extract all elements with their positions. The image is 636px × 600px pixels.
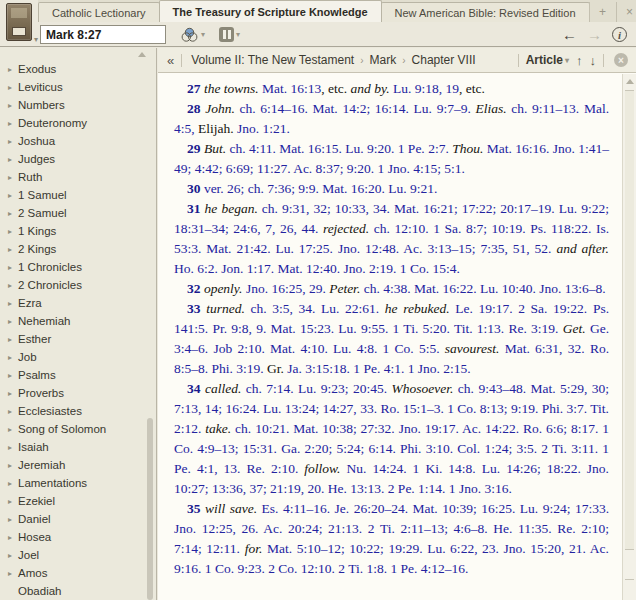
sidebar-item-song-of-solomon[interactable]: ▸Song of Solomon bbox=[0, 420, 156, 438]
sidebar-item-isaiah[interactable]: ▸Isaiah bbox=[0, 438, 156, 456]
sidebar-scrollbar-thumb[interactable] bbox=[147, 418, 153, 600]
breadcrumb-book[interactable]: Mark bbox=[370, 53, 397, 67]
cue-word: turned. bbox=[206, 301, 245, 316]
chevron-right-icon: ▸ bbox=[8, 353, 18, 362]
sidebar-item-esther[interactable]: ▸Esther bbox=[0, 330, 156, 348]
sidebar-item-1-chronicles[interactable]: ▸1 Chronicles bbox=[0, 258, 156, 276]
sidebar-item-lamentations[interactable]: ▸Lamentations bbox=[0, 474, 156, 492]
info-button[interactable]: i bbox=[612, 27, 627, 42]
sidebar-item-ezekiel[interactable]: ▸Ezekiel bbox=[0, 492, 156, 510]
scripture-ref-link[interactable]: ch. 3:5, 34. Lu. 22:61. bbox=[250, 301, 379, 316]
sidebar-item-label: Song of Solomon bbox=[18, 423, 106, 435]
chevron-right-icon: ▸ bbox=[8, 407, 18, 416]
venn-circles-icon bbox=[180, 27, 199, 43]
sidebar-item-amos[interactable]: ▸Amos bbox=[0, 564, 156, 582]
sidebar-item-2-samuel[interactable]: ▸2 Samuel bbox=[0, 204, 156, 222]
sidebar-item-label: Joshua bbox=[18, 135, 55, 147]
view-mode-dropdown[interactable]: Article ▾ bbox=[526, 53, 569, 67]
scrollbar-mark bbox=[625, 579, 634, 580]
sidebar-item-label: Ruth bbox=[18, 171, 42, 183]
scripture-ref-link[interactable]: ch. 4:11. Mat. 16:15. Lu. 9:20. 1 Pe. 2:… bbox=[229, 141, 448, 156]
sidebar-item-daniel[interactable]: ▸Daniel bbox=[0, 510, 156, 528]
chevron-right-icon: ▸ bbox=[8, 227, 18, 236]
sidebar-item-jeremiah[interactable]: ▸Jeremiah bbox=[0, 456, 156, 474]
cue-word: openly. bbox=[204, 281, 243, 296]
scroll-up-icon[interactable] bbox=[626, 79, 634, 84]
scripture-ref-link[interactable]: Jno. 1:21. bbox=[237, 121, 290, 136]
verse-number: 28 bbox=[187, 101, 201, 116]
sidebar-item-proverbs[interactable]: ▸Proverbs bbox=[0, 384, 156, 402]
sidebar-item-ezra[interactable]: ▸Ezra bbox=[0, 294, 156, 312]
sidebar-item-exodus[interactable]: ▸Exodus bbox=[0, 60, 156, 78]
tab-catholic-lectionary[interactable]: Catholic Lectionary bbox=[38, 2, 160, 22]
chevron-right-icon: ▸ bbox=[8, 515, 18, 524]
plain-text: , etc. bbox=[459, 81, 485, 96]
previous-article-button[interactable]: ↑ bbox=[576, 53, 583, 68]
verse-paragraph-32: 32 openly. Jno. 16:25, 29. Peter. ch. 4:… bbox=[174, 279, 609, 299]
sidebar-item-label: Deuteronomy bbox=[18, 117, 87, 129]
sidebar-item-leviticus[interactable]: ▸Leviticus bbox=[0, 78, 156, 96]
verse-paragraph-28: 28 John. ch. 6:14–16. Mat. 14:2; 16:14. … bbox=[174, 99, 609, 139]
verse-number: 33 bbox=[187, 301, 201, 316]
scripture-ref-link[interactable]: ch. 4:38. Mat. 16:22. Lu. 10:40. Jno. 13… bbox=[364, 281, 606, 296]
chevron-right-icon: ▸ bbox=[8, 317, 18, 326]
sidebar-item-judges[interactable]: ▸Judges bbox=[0, 150, 156, 168]
scroll-up-icon[interactable] bbox=[138, 52, 146, 57]
new-tab-button[interactable]: + bbox=[589, 2, 616, 22]
reference-input[interactable] bbox=[40, 25, 166, 44]
chevron-right-icon: › bbox=[402, 55, 405, 66]
sidebar-item-label: Hosea bbox=[18, 531, 51, 543]
scripture-ref-link[interactable]: Lu. 9:18, 19 bbox=[393, 81, 459, 96]
breadcrumb-volume[interactable]: Volume II: The New Testament bbox=[191, 53, 354, 67]
cue-word: Thou. bbox=[452, 141, 483, 156]
scripture-ref-link[interactable]: Mat. 16:13 bbox=[262, 81, 321, 96]
scripture-ref-link[interactable]: Ho. 6:2. Jon. 1:17. Mat. 12:40. Jno. 2:1… bbox=[174, 261, 460, 276]
sidebar-item-ruth[interactable]: ▸Ruth bbox=[0, 168, 156, 186]
sidebar-item-ecclesiastes[interactable]: ▸Ecclesiastes bbox=[0, 402, 156, 420]
collapse-toc-button[interactable]: « bbox=[158, 53, 181, 68]
back-button[interactable]: ← bbox=[562, 27, 577, 42]
sidebar-item-job[interactable]: ▸Job bbox=[0, 348, 156, 366]
chevron-right-icon: ▸ bbox=[8, 245, 18, 254]
close-locator-button[interactable]: × bbox=[614, 53, 628, 67]
breadcrumb-chapter[interactable]: Chapter VIII bbox=[412, 53, 476, 67]
tab-treasury-of-scripture-knowledge[interactable]: The Treasury of Scripture Knowledge bbox=[159, 0, 382, 22]
info-icon: i bbox=[618, 29, 621, 41]
parallel-resources-button[interactable]: ▾ bbox=[219, 27, 240, 42]
tab-new-american-bible[interactable]: New American Bible: Revised Edition bbox=[381, 2, 590, 22]
sidebar-item-joel[interactable]: ▸Joel bbox=[0, 546, 156, 564]
plain-text: , etc. bbox=[321, 81, 350, 96]
sidebar-item-2-kings[interactable]: ▸2 Kings bbox=[0, 240, 156, 258]
forward-button[interactable]: → bbox=[587, 27, 602, 42]
scripture-ref-link[interactable]: Jno. 16:25, 29. bbox=[246, 281, 326, 296]
scripture-ref-link[interactable]: ver. 26; ch. 7:36; 9:9. Mat. 16:20. Lu. … bbox=[204, 181, 438, 196]
sidebar-item-numbers[interactable]: ▸Numbers bbox=[0, 96, 156, 114]
verse-paragraph-27: 27 the towns. Mat. 16:13, etc. and by. L… bbox=[174, 79, 609, 99]
sidebar-item-label: Job bbox=[18, 351, 37, 363]
sidebar-item-2-chronicles[interactable]: ▸2 Chronicles bbox=[0, 276, 156, 294]
sidebar-item-nehemiah[interactable]: ▸Nehemiah bbox=[0, 312, 156, 330]
sidebar-item-1-kings[interactable]: ▸1 Kings bbox=[0, 222, 156, 240]
sidebar-item-deuteronomy[interactable]: ▸Deuteronomy bbox=[0, 114, 156, 132]
close-panel-button[interactable]: × bbox=[616, 2, 636, 22]
sidebar-item-joshua[interactable]: ▸Joshua bbox=[0, 132, 156, 150]
book-cover-icon bbox=[6, 3, 32, 41]
resource-cover-button[interactable]: ▾ bbox=[3, 2, 38, 46]
sidebar-item-psalms[interactable]: ▸Psalms bbox=[0, 366, 156, 384]
sidebar-item-hosea[interactable]: ▸Hosea bbox=[0, 528, 156, 546]
scripture-ref-link[interactable]: ch. 7:14. Lu. 9:23; 20:45. bbox=[246, 381, 387, 396]
sidebar-item-obadiah[interactable]: Obadiah bbox=[0, 582, 156, 600]
content-scrollbar[interactable] bbox=[622, 74, 636, 600]
sidebar-item-1-samuel[interactable]: ▸1 Samuel bbox=[0, 186, 156, 204]
sidebar-item-label: Ezra bbox=[18, 297, 42, 309]
scripture-ref-link[interactable]: Ja. 3:15:18. 1 Pe. 4:1. 1 Jno. 2:15. bbox=[287, 361, 470, 376]
plus-icon: + bbox=[599, 5, 606, 19]
sidebar-item-label: Daniel bbox=[18, 513, 51, 525]
visual-filters-button[interactable]: ▾ bbox=[180, 27, 205, 43]
content-scrollbar-thumb[interactable] bbox=[625, 90, 634, 550]
breadcrumb: Volume II: The New Testament › Mark › Ch… bbox=[191, 53, 475, 67]
scripture-ref-link[interactable]: ch. 6:14–16. Mat. 14:2; 16:14. Lu. 9:7–9… bbox=[240, 101, 471, 116]
sidebar-item-label: 2 Samuel bbox=[18, 207, 67, 219]
next-article-button[interactable]: ↓ bbox=[590, 53, 597, 68]
sidebar-item-label: 1 Kings bbox=[18, 225, 56, 237]
